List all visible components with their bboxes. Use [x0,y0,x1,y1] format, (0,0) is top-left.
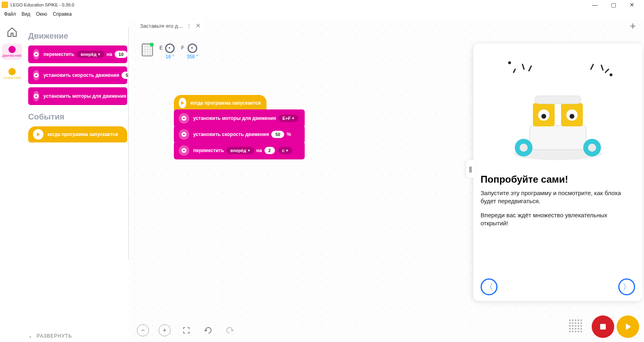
svg-point-11 [183,150,185,151]
stack-block-move[interactable]: переместить вперёд на 2 с [174,142,305,159]
svg-line-26 [522,64,524,69]
tutorial-panel: ǁ [473,43,642,301]
motor-port-icon [165,43,175,53]
svg-point-3 [35,74,37,76]
hub-connected-dot-icon [150,43,154,47]
stack-block-set-motors[interactable]: установить моторы для движения E+F [174,109,305,127]
run-button[interactable] [617,315,639,338]
fit-screen-button[interactable] [180,324,192,336]
tab-title: Заставьте его д… [140,23,183,29]
svg-line-30 [605,69,609,72]
port-f[interactable]: F 358 ° [187,43,198,60]
svg-point-23 [570,114,574,119]
motion-dot-icon [8,46,16,53]
svg-line-25 [514,69,515,72]
play-icon [179,98,186,108]
stack-hat-when-start[interactable]: когда программа запускается [174,95,266,111]
tutorial-text-2: Впереди вас ждёт множество увлекательных… [481,211,635,228]
palette-block-move[interactable]: переместить вперёд на 10 [28,45,127,63]
category-events[interactable]: СОБЫТИЯ [2,66,22,82]
close-window-button[interactable]: ✕ [626,2,638,8]
window-title: LEGO Education SPIKE - 0.39.0 [10,2,584,7]
motor-icon [179,145,189,156]
svg-rect-33 [600,324,606,330]
category-motion[interactable]: ДВИЖЕНИЕ [2,43,22,60]
svg-point-16 [520,144,528,152]
menu-help[interactable]: Справка [53,11,72,17]
title-bar: LEGO Education SPIKE - 0.39.0 — ▢ ✕ [0,0,644,10]
maximize-button[interactable]: ▢ [608,2,619,8]
motor-icon [179,129,189,140]
motor-port-icon [188,43,197,53]
category-events-label: СОБЫТИЯ [4,76,21,80]
tutorial-title: Попробуйте сами! [481,174,635,185]
events-header: События [28,112,127,122]
window-controls: — ▢ ✕ [584,2,642,8]
svg-point-21 [541,114,546,119]
tutorial-next-button[interactable]: 〉 [618,278,635,295]
menu-bar: Файл Вид Окно Справка [0,10,644,19]
motion-header: Движение [28,31,127,41]
zoom-out-button[interactable]: − [137,324,149,336]
svg-point-9 [183,134,185,135]
svg-point-1 [35,54,37,55]
undo-button[interactable] [202,324,214,336]
panel-collapse-button[interactable]: ǁ [466,160,475,178]
motor-icon [33,91,39,101]
category-rail: ДВИЖЕНИЕ СОБЫТИЯ [0,19,24,342]
menu-window[interactable]: Окно [36,11,47,17]
redo-button[interactable] [224,324,236,336]
menu-file[interactable]: Файл [4,11,16,17]
hub-icon[interactable] [142,43,153,56]
svg-point-31 [509,62,510,64]
canvas-controls: − + [137,324,236,336]
minimize-button[interactable]: — [589,2,601,8]
play-icon [33,129,43,140]
port-e[interactable]: E 16 ° [165,43,175,60]
app-icon [2,2,8,8]
expand-button[interactable]: ⌄ РАЗВЕРНУТЬ [28,333,72,339]
add-tab-button[interactable]: + [630,20,644,32]
home-icon[interactable] [6,27,18,38]
svg-line-28 [591,64,593,69]
code-stack[interactable]: когда программа запускается установить м… [174,95,305,159]
palette-block-when-start[interactable]: когда программа запускается [28,126,127,142]
svg-line-27 [529,66,531,71]
tutorial-image [481,49,635,170]
palette-block-set-motors[interactable]: установить моторы для движения [28,87,127,105]
chevron-down-icon: ⌄ [28,333,33,339]
motor-icon [33,49,39,60]
svg-point-17 [588,144,596,152]
svg-rect-13 [530,126,586,150]
tutorial-text-1: Запустите эту программу и посмотрите, ка… [481,189,635,206]
stack-block-set-speed[interactable]: установить скорость движения 50 % [174,126,305,143]
menu-view[interactable]: Вид [22,11,31,17]
motor-icon [179,113,189,124]
events-dot-icon [8,68,16,75]
run-controls [569,315,639,338]
tab-close-icon[interactable]: ✕ [196,22,201,29]
svg-rect-24 [535,96,581,104]
motor-icon [33,70,39,80]
hub-status: E 16 ° F 358 ° [142,43,198,60]
tab-menu-icon[interactable]: ⋮ [186,23,192,29]
zoom-in-button[interactable]: + [159,324,171,336]
svg-point-32 [610,74,612,76]
category-motion-label: ДВИЖЕНИЕ [2,54,22,58]
download-slot-button[interactable] [569,319,584,334]
stop-button[interactable] [592,315,614,338]
tutorial-prev-button[interactable]: 〈 [481,278,497,295]
svg-point-7 [183,117,185,119]
block-palette: Движение переместить вперёд на 10 устано… [24,19,129,342]
svg-line-29 [601,65,603,70]
svg-point-5 [35,95,37,97]
tab-bar: Заставьте его д… ⋮ ✕ + [136,18,644,34]
canvas[interactable]: Заставьте его д… ⋮ ✕ + E 16 ° F 358 ° [129,19,644,342]
palette-block-set-speed[interactable]: установить скорость движения 5 [28,66,127,84]
project-tab[interactable]: Заставьте его д… ⋮ ✕ [136,19,205,33]
